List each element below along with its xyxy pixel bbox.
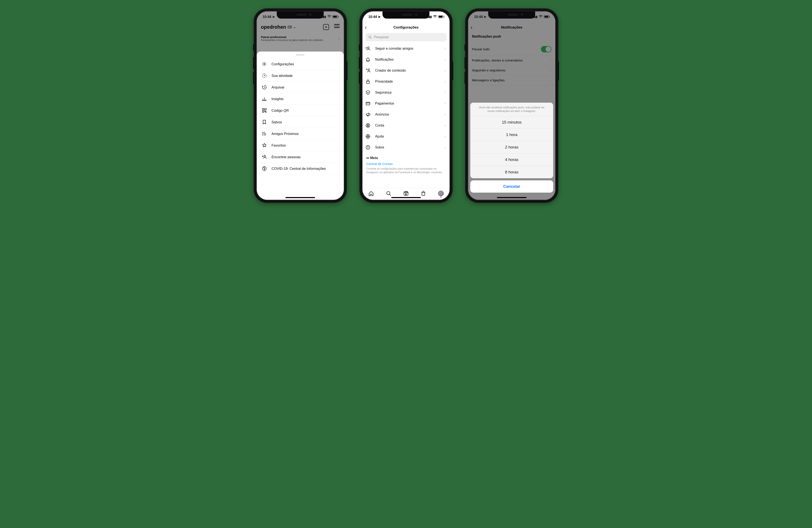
- menu-item-close-friends[interactable]: Amigos Próximos: [257, 128, 344, 140]
- menu-item-chart[interactable]: Insights: [257, 93, 344, 105]
- menu-item-label: COVID-19: Central de Informações: [272, 167, 326, 171]
- megaphone-icon: [365, 112, 372, 117]
- sheet-grabber[interactable]: [296, 55, 304, 55]
- notch: [382, 11, 430, 19]
- duration-option[interactable]: 2 horas: [470, 141, 553, 153]
- status-time: 10:44: [368, 15, 377, 19]
- search-tab[interactable]: [386, 191, 391, 196]
- home-indicator[interactable]: [286, 197, 315, 198]
- svg-rect-8: [262, 111, 264, 112]
- duration-option[interactable]: 4 horas: [470, 153, 553, 166]
- svg-rect-20: [366, 81, 369, 84]
- add-person-icon: [365, 46, 372, 51]
- location-arrow-icon: ➤: [272, 15, 275, 19]
- battery-icon: [438, 15, 444, 18]
- search-icon: [368, 35, 372, 39]
- settings-item-label: Conta: [375, 123, 384, 127]
- creator-icon: [365, 68, 372, 73]
- menu-item-add-person[interactable]: Encontrar pessoas: [257, 151, 344, 163]
- chevron-right-icon: ›: [445, 134, 446, 139]
- cancel-button[interactable]: Cancelar: [470, 180, 553, 193]
- wifi-icon: [539, 15, 542, 18]
- svg-point-26: [367, 136, 368, 137]
- add-person-icon: [262, 154, 267, 160]
- settings-item-label: Ajuda: [375, 135, 384, 138]
- settings-item-info[interactable]: Sobre›: [362, 142, 450, 153]
- menu-item-label: Arquivar: [272, 85, 285, 89]
- back-button[interactable]: ‹: [365, 25, 367, 30]
- menu-item-label: Encontrar pessoas: [272, 155, 301, 159]
- search-input[interactable]: Pesquisar: [365, 33, 447, 41]
- duration-option[interactable]: 1 hora: [470, 129, 553, 141]
- chevron-right-icon: ›: [445, 112, 446, 117]
- bookmark-icon: [262, 120, 267, 125]
- svg-rect-7: [265, 108, 266, 110]
- duration-option[interactable]: 8 horas: [470, 166, 553, 178]
- menu-item-label: Insights: [272, 97, 284, 101]
- menu-item-label: Favoritos: [272, 144, 286, 147]
- status-time: 10:44: [263, 15, 271, 19]
- notch: [277, 11, 324, 19]
- menu-item-activity[interactable]: Sua atividade: [257, 70, 344, 81]
- menu-item-qr[interactable]: Código QR: [257, 105, 344, 116]
- meta-logo: ∞Meta: [366, 155, 446, 160]
- svg-rect-36: [404, 191, 408, 196]
- home-indicator[interactable]: [497, 197, 526, 198]
- menu-item-star[interactable]: Favoritos: [257, 140, 344, 151]
- svg-rect-9: [265, 111, 265, 111]
- svg-point-12: [263, 134, 263, 134]
- settings-item-shield[interactable]: Segurança›: [362, 87, 450, 98]
- accounts-center-link[interactable]: Central de Contas: [366, 160, 446, 167]
- settings-item-help[interactable]: Ajuda›: [362, 131, 450, 142]
- settings-item-add-person[interactable]: Seguir e convidar amigos›: [362, 43, 450, 54]
- svg-point-11: [263, 132, 263, 133]
- settings-item-lock[interactable]: Privacidade›: [362, 76, 450, 87]
- phone-frame-1: 10:44 ➤ ▮▮▮▮ opedrohen 9+ ⌄: [254, 9, 347, 203]
- settings-item-account[interactable]: Conta›: [362, 120, 450, 131]
- meta-description: Controle as configurações para experiênc…: [366, 167, 446, 174]
- settings-item-megaphone[interactable]: Anúncios›: [362, 109, 450, 120]
- settings-item-creator[interactable]: Criador de conteúdo›: [362, 65, 450, 76]
- notch: [488, 11, 535, 19]
- chevron-right-icon: ›: [445, 123, 446, 128]
- account-icon: [365, 123, 372, 128]
- svg-rect-21: [366, 102, 370, 105]
- settings-item-bell[interactable]: Notificações›: [362, 54, 450, 65]
- settings-item-label: Pagamentos: [375, 102, 394, 105]
- action-sheet: Você não receberá notificações push, mas…: [470, 103, 553, 193]
- svg-point-24: [367, 124, 368, 126]
- reels-tab[interactable]: [403, 191, 409, 196]
- page-title: Configurações: [393, 25, 419, 30]
- menu-item-bookmark[interactable]: Salvos: [257, 116, 344, 128]
- card-icon: [365, 101, 372, 106]
- star-icon: [262, 143, 267, 148]
- chevron-right-icon: ›: [445, 69, 446, 73]
- settings-item-card[interactable]: Pagamentos›: [362, 98, 450, 109]
- svg-rect-10: [265, 112, 266, 112]
- svg-point-0: [264, 63, 265, 65]
- svg-point-33: [368, 146, 368, 147]
- covid-icon: [262, 166, 267, 171]
- menu-item-archive[interactable]: Arquivar: [257, 81, 344, 93]
- shop-tab[interactable]: [421, 191, 426, 196]
- menu-item-label: Configurações: [272, 62, 294, 66]
- svg-point-14: [264, 155, 265, 157]
- svg-line-17: [371, 38, 372, 39]
- home-tab[interactable]: [368, 191, 374, 196]
- menu-item-covid[interactable]: COVID-19: Central de Informações: [257, 163, 344, 175]
- archive-icon: [262, 85, 267, 90]
- settings-item-label: Anúncios: [375, 112, 389, 116]
- chevron-right-icon: ›: [445, 90, 446, 95]
- gear-icon: [262, 61, 267, 66]
- wifi-icon: [433, 15, 437, 18]
- duration-option[interactable]: 15 minutos: [470, 116, 553, 129]
- phone-frame-3: 10:44 ➤ ▮▮▮▮ ‹ Notificações Notificações…: [465, 9, 558, 203]
- profile-tab[interactable]: [438, 191, 444, 196]
- menu-item-label: Sua atividade: [272, 74, 293, 78]
- chart-icon: [262, 96, 267, 101]
- activity-icon: [262, 73, 267, 78]
- menu-item-gear[interactable]: Configurações: [257, 58, 344, 70]
- home-indicator[interactable]: [391, 197, 421, 198]
- battery-icon: [544, 15, 549, 18]
- chevron-right-icon: ›: [445, 46, 446, 51]
